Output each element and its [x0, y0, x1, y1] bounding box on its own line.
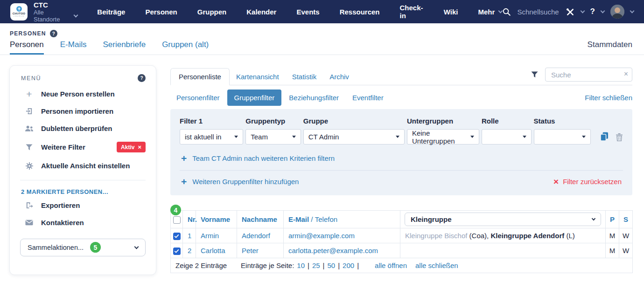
nav-item-beitraege[interactable]: Beiträge — [97, 8, 125, 16]
site-name: CTC — [34, 1, 77, 9]
tools-icon[interactable] — [565, 7, 575, 17]
tab-kartenansicht[interactable]: Kartenansicht — [230, 69, 286, 85]
gruppentyp-select[interactable]: Team — [245, 129, 301, 144]
selected-count-badge: 4 — [170, 205, 181, 215]
gear-icon — [25, 162, 34, 170]
col-header-vorname[interactable]: Vorname — [196, 211, 237, 228]
group-link[interactable]: Kleingruppe Bischof — [405, 232, 467, 240]
col-header-email-telefon[interactable]: E-Mail / Telefon — [284, 211, 400, 228]
untergruppen-select[interactable]: Keine Untergruppen — [407, 129, 479, 144]
table-search-input[interactable] — [545, 68, 632, 82]
user-avatar[interactable] — [610, 5, 624, 19]
filter1-select[interactable]: ist aktuell in — [180, 129, 243, 144]
nav-item-ressourcen[interactable]: Ressourcen — [340, 8, 380, 16]
close-icon: × — [553, 179, 559, 185]
help-icon[interactable]: ? — [50, 30, 57, 37]
nav-item-checkin[interactable]: Check-in — [400, 4, 424, 20]
sidebar-item-ansicht-einstellen[interactable]: Aktuelle Ansicht einstellen — [20, 157, 146, 174]
sidebar-item-weitere-filter[interactable]: Weitere Filter Aktiv × — [20, 137, 146, 157]
chevron-down-icon[interactable] — [630, 9, 635, 14]
status-label: Status — [534, 117, 591, 125]
quick-search-label[interactable]: Schnellsuche — [517, 8, 559, 16]
nav-item-personen[interactable]: Personen — [145, 8, 177, 16]
duplicate-filter-icon[interactable] — [600, 132, 609, 141]
nav-item-events[interactable]: Events — [296, 8, 319, 16]
gruppe-select[interactable]: CT Admin — [303, 129, 405, 144]
sidebar-item-dubletten[interactable]: Dubletten überprüfen — [20, 120, 146, 137]
cell-nachname[interactable]: Peter — [237, 243, 284, 258]
sidebar-item-neue-person[interactable]: + Neue Person erstellen — [20, 85, 146, 103]
close-all-link[interactable]: alle schließen — [415, 261, 458, 269]
row-checkbox[interactable] — [173, 233, 181, 240]
tab-gruppenfilter[interactable]: Gruppenfilter — [227, 89, 282, 106]
sammelaktionen-select[interactable]: Sammelaktionen... — [20, 239, 146, 256]
per-page-200[interactable]: 200 — [343, 261, 354, 269]
cell-nr[interactable]: 2 — [183, 243, 196, 258]
clear-search-icon[interactable]: × — [624, 70, 628, 78]
status-select[interactable] — [534, 129, 591, 144]
cell-nachname[interactable]: Adendorf — [237, 228, 284, 243]
plus-icon: + — [181, 155, 187, 162]
add-groupfilter-link[interactable]: + Weiteren Gruppenfilter hinzufügen — [181, 178, 299, 186]
stammdaten-link[interactable]: Stammdaten — [588, 40, 632, 55]
untergruppen-label: Untergruppen — [407, 117, 479, 125]
col-header-p[interactable]: P — [606, 211, 619, 228]
help-icon[interactable]: ? — [138, 74, 146, 82]
cell-email[interactable]: armin@example.com — [284, 228, 400, 243]
nav-item-kalender[interactable]: Kalender — [246, 8, 276, 16]
filter-tabs: Personenfilter Gruppenfilter Beziehungsf… — [170, 89, 632, 106]
reset-filter-link[interactable]: × Filter zurücksetzen — [553, 178, 622, 186]
tab-statistik[interactable]: Statistik — [286, 69, 323, 85]
per-page-10[interactable]: 10 — [297, 261, 305, 269]
nav-item-mehr[interactable]: Mehr — [478, 8, 503, 16]
breadcrumb: PERSONEN ? — [0, 23, 644, 37]
open-all-link[interactable]: alle öffnen — [375, 261, 407, 269]
close-filters-link[interactable]: Filter schließen — [585, 94, 632, 102]
per-page-25[interactable]: 25 — [312, 261, 320, 269]
chevron-down-icon[interactable] — [580, 9, 585, 14]
cell-email[interactable]: carlotta.peter@example.com — [284, 243, 400, 258]
nav-item-wiki[interactable]: Wiki — [444, 8, 458, 16]
col-header-nachname[interactable]: Nachname — [237, 211, 284, 228]
tab-personenfilter[interactable]: Personenfilter — [170, 89, 226, 106]
select-all-checkbox[interactable] — [173, 216, 181, 224]
main-content: Personenliste Kartenansicht Statistik Ar… — [170, 65, 632, 273]
refine-filter-link[interactable]: + Team CT Admin nach weiteren Kriterien … — [181, 154, 623, 162]
search-icon[interactable] — [502, 7, 511, 16]
tab-personen[interactable]: Personen — [10, 40, 44, 55]
sidebar-item-exportieren[interactable]: Exportieren — [20, 197, 146, 214]
tab-serienbriefe[interactable]: Serienbriefe — [103, 40, 146, 55]
chevron-down-icon[interactable] — [601, 9, 605, 14]
active-filter-badge[interactable]: Aktiv × — [117, 142, 146, 152]
nav-item-gruppen[interactable]: Gruppen — [197, 8, 227, 16]
group-link[interactable]: Kleingruppe Adendorf — [490, 232, 564, 240]
divider — [180, 170, 623, 171]
rolle-select[interactable] — [482, 129, 532, 144]
close-icon[interactable]: × — [138, 144, 141, 151]
cell-vorname[interactable]: Carlotta — [196, 243, 237, 258]
delete-filter-icon[interactable] — [616, 133, 623, 141]
row-checkbox[interactable] — [173, 248, 181, 255]
gruppentyp-field: Gruppentyp Team — [245, 117, 301, 144]
tab-archiv[interactable]: Archiv — [323, 69, 356, 85]
col-header-nr[interactable]: Nr. — [183, 211, 196, 228]
app-logo[interactable]: CHUTOO CHURCH — [10, 3, 28, 21]
group-column-select[interactable]: Kleingruppe — [405, 213, 601, 226]
cell-vorname[interactable]: Armin — [196, 228, 237, 243]
filter-funnel-icon[interactable] — [531, 71, 538, 78]
marked-persons-header[interactable]: 2 MARKIERTE PERSONEN... — [20, 186, 146, 197]
tab-gruppen-alt[interactable]: Gruppen (alt) — [162, 40, 209, 55]
tab-beziehungsfilter[interactable]: Beziehungsfilter — [283, 89, 345, 106]
table-row: 2 Carlotta Peter carlotta.peter@example.… — [171, 243, 633, 258]
help-icon[interactable]: ? — [590, 7, 595, 16]
sidebar-item-kontaktieren[interactable]: Kontaktieren — [20, 214, 146, 231]
entry-count: Zeige 2 Einträge — [175, 261, 227, 269]
tab-eventfilter[interactable]: Eventfilter — [346, 89, 390, 106]
cell-nr[interactable]: 1 — [183, 228, 196, 243]
col-header-s[interactable]: S — [619, 211, 633, 228]
site-switcher[interactable]: CTC Alle Standorte — [34, 1, 77, 23]
tab-personenliste[interactable]: Personenliste — [170, 68, 230, 85]
per-page-50[interactable]: 50 — [328, 261, 336, 269]
tab-emails[interactable]: E-Mails — [60, 40, 87, 55]
sidebar-item-personen-importieren[interactable]: Personen importieren — [20, 103, 146, 120]
